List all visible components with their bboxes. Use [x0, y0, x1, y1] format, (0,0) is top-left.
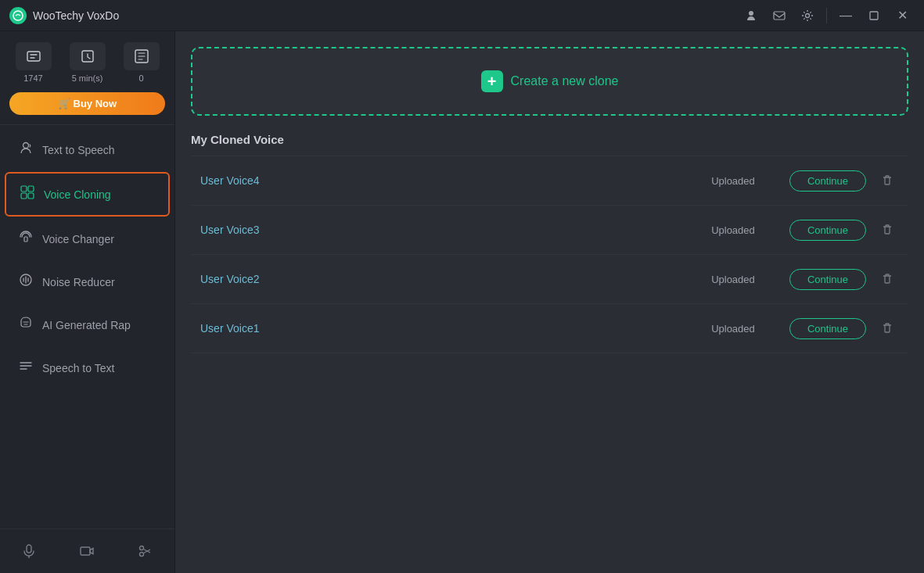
chars-icon	[16, 42, 52, 70]
svg-rect-16	[81, 547, 90, 555]
delete-button[interactable]	[875, 218, 899, 242]
minimize-button[interactable]: —	[833, 3, 858, 28]
voice-status: Uploaded	[686, 274, 780, 285]
main-layout: 1747 5 min(s) 0	[0, 31, 924, 573]
table-row: User Voice1 Uploaded Continue	[191, 304, 908, 353]
sidebar-bottom	[0, 528, 174, 573]
continue-button[interactable]: Continue	[789, 269, 866, 290]
svg-rect-4	[27, 52, 40, 61]
titlebar-controls: — ✕	[739, 3, 915, 28]
stat-mins: 5 min(s)	[70, 42, 106, 83]
delete-button[interactable]	[875, 267, 899, 291]
svg-rect-1	[774, 12, 785, 20]
content-area: + Create a new clone My Cloned Voice Use…	[175, 31, 924, 573]
voice-status: Uploaded	[686, 224, 780, 236]
create-clone-label: Create a new clone	[511, 74, 619, 88]
mic-tool[interactable]	[15, 537, 43, 565]
scissors-tool[interactable]	[131, 537, 160, 565]
svg-point-17	[139, 546, 143, 550]
sidebar-item-voice-cloning[interactable]: Voice Cloning	[5, 172, 170, 217]
voice-changer-label: Voice Changer	[42, 233, 114, 245]
continue-button[interactable]: Continue	[789, 318, 866, 339]
voice-name: User Voice4	[200, 174, 677, 187]
sidebar: 1747 5 min(s) 0	[0, 31, 175, 573]
voice-list: User Voice4 Uploaded Continue User Voice…	[191, 156, 908, 353]
stats-row: 1747 5 min(s) 0	[0, 31, 174, 89]
chars-value: 1747	[23, 73, 42, 83]
voice-name: User Voice2	[200, 273, 677, 285]
record-tool[interactable]	[73, 537, 101, 565]
stat-count: 0	[124, 42, 160, 83]
mail-icon[interactable]	[767, 3, 792, 28]
svg-point-7	[23, 143, 29, 149]
stat-chars: 1747	[16, 42, 52, 83]
continue-button[interactable]: Continue	[789, 170, 866, 192]
ai-generated-rap-label: AI Generated Rap	[42, 319, 131, 331]
svg-rect-12	[24, 237, 27, 242]
mins-value: 5 min(s)	[72, 73, 103, 83]
sidebar-item-speech-to-text[interactable]: Speech to Text	[5, 347, 170, 389]
table-row: User Voice3 Uploaded Continue	[191, 206, 908, 255]
titlebar: WooTechy VoxDo — ✕	[0, 0, 924, 31]
sidebar-item-noise-reducer[interactable]: Noise Reducer	[5, 261, 170, 303]
mins-icon	[70, 42, 106, 70]
delete-button[interactable]	[875, 317, 899, 340]
speech-to-text-icon	[17, 358, 34, 378]
buy-now-button[interactable]: 🛒 Buy Now	[9, 92, 165, 115]
count-icon	[124, 42, 160, 70]
voice-changer-icon	[17, 229, 34, 249]
app-logo	[9, 7, 27, 24]
voice-status: Uploaded	[686, 323, 780, 335]
continue-button[interactable]: Continue	[789, 220, 866, 241]
text-to-speech-icon	[17, 140, 34, 159]
svg-rect-8	[21, 186, 27, 192]
sidebar-item-text-to-speech[interactable]: Text to Speech	[5, 129, 170, 170]
titlebar-divider	[826, 8, 827, 23]
speech-to-text-label: Speech to Text	[42, 362, 114, 374]
svg-rect-11	[28, 193, 34, 199]
section-title: My Cloned Voice	[191, 133, 908, 146]
svg-point-18	[139, 553, 143, 557]
svg-rect-3	[870, 12, 878, 20]
sidebar-item-ai-generated-rap[interactable]: AI Generated Rap	[5, 304, 170, 346]
app-title: WooTechy VoxDo	[33, 9, 119, 22]
voice-name: User Voice3	[200, 224, 677, 236]
svg-point-0	[13, 11, 23, 20]
nav-items: Text to Speech Voice Cloning	[0, 128, 174, 528]
voice-status: Uploaded	[686, 175, 780, 187]
settings-icon[interactable]	[795, 3, 820, 28]
voice-name: User Voice1	[200, 322, 677, 335]
voice-cloning-icon	[19, 184, 36, 204]
titlebar-left: WooTechy VoxDo	[9, 7, 119, 24]
svg-rect-10	[21, 193, 27, 199]
count-value: 0	[138, 73, 143, 83]
text-to-speech-label: Text to Speech	[42, 144, 115, 156]
svg-rect-9	[28, 186, 34, 192]
table-row: User Voice4 Uploaded Continue	[191, 156, 908, 206]
account-icon[interactable]	[739, 3, 764, 28]
ai-generated-rap-icon	[17, 315, 34, 335]
sidebar-divider	[0, 124, 174, 125]
svg-rect-14	[27, 545, 31, 553]
close-button[interactable]: ✕	[890, 3, 915, 28]
svg-point-2	[806, 13, 810, 17]
create-clone-card[interactable]: + Create a new clone	[191, 47, 908, 116]
table-row: User Voice2 Uploaded Continue	[191, 255, 908, 304]
noise-reducer-icon	[17, 272, 34, 292]
maximize-button[interactable]	[861, 3, 886, 28]
sidebar-item-voice-changer[interactable]: Voice Changer	[5, 218, 170, 260]
noise-reducer-label: Noise Reducer	[42, 276, 115, 288]
create-plus-icon: +	[481, 70, 503, 92]
voice-cloning-label: Voice Cloning	[44, 188, 111, 201]
delete-button[interactable]	[875, 169, 899, 192]
